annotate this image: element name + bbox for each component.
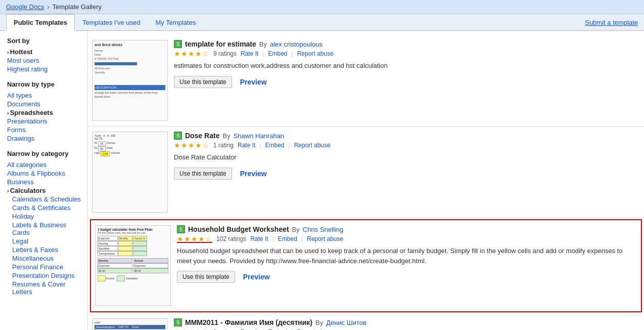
sidebar-item-calendars[interactable]: Calendars & Schedules [7,195,83,203]
preview-link[interactable]: Preview [240,170,267,178]
author-link[interactable]: Денис Шитов [326,319,366,326]
template-item: TypeXIt: 192 So 75 th65Curios fe50Feet r… [88,127,644,218]
sidebar-item-calculators[interactable]: ›Calculators [7,186,83,195]
breadcrumb-gallery: Template Gallery [53,3,102,11]
ratings-row: ★★★★☆ 102 ratings Rate It | Embed | Repo… [177,235,636,243]
spreadsheet-icon: S [174,318,182,326]
sidebar-item-hottest[interactable]: ›Hottest [7,48,83,56]
star-rating: ★★★★☆ [174,50,209,58]
embed-link[interactable]: Embed [265,142,285,149]
spreadsheet-icon: S [174,132,182,140]
rate-it-link[interactable]: Rate It [238,142,255,149]
template-name: МММ2011 - Фамилия Имя (десятник) [185,318,312,326]
by-label: By [222,132,230,140]
template-info: S Household Budget Worksheet By Chris Sn… [177,225,636,306]
template-info: S template for estimate By alex cristopo… [174,40,639,121]
embed-link[interactable]: Embed [278,235,297,242]
content-area: and Brick Works Name Date (f.75)%25222 F… [88,31,644,330]
rate-it-link[interactable]: Rate It [250,235,268,242]
template-name: Household Budget Worksheet [188,225,289,233]
by-label: By [292,226,300,233]
sidebar-item-forms[interactable]: Forms [7,126,83,134]
template-thumbnail: J budget calculator from Free Plian Fill… [95,225,171,306]
spreadsheet-icon: S [174,40,182,48]
template-item: com ЗначениеДата ЛАЙ ТО Пункт Строка 1 S… [88,313,644,330]
sidebar-item-business[interactable]: Business [7,178,83,186]
template-thumbnail: TypeXIt: 192 So 75 th65Curios fe50Feet r… [92,132,168,213]
template-info: S Dose Rate By Shawn Hanrahan ★★★★☆ 1 ra… [174,132,639,213]
top-bar: Google Docs › Template Gallery [0,0,644,14]
arrow-icon-spreadsheets: › [7,110,9,116]
sidebar-item-cards[interactable]: Cards & Certificates [7,203,83,212]
tabs-container: Public Templates Templates I've used My … [6,14,203,30]
use-template-button[interactable]: Use this template [174,168,232,180]
narrow-category-label: Narrow by category [7,150,83,157]
use-template-button[interactable]: Use this template [177,271,235,283]
sidebar-item-resumes[interactable]: Resumes & Cover Letters [7,280,83,296]
sort-by-label: Sort by [7,37,83,45]
template-description: Dose Rate Calculator [174,152,639,162]
use-template-button[interactable]: Use this template [174,76,232,88]
sidebar-item-legal[interactable]: Legal [7,237,83,245]
ratings-row: ★☆☆☆☆ 2 ratings Rate It | Embed | Report… [174,328,639,330]
tab-my-templates[interactable]: My Templates [148,14,203,30]
sidebar-item-holiday[interactable]: Holiday [7,212,83,221]
google-docs-link[interactable]: Google Docs [6,3,44,11]
preview-link[interactable]: Preview [240,78,267,86]
main-area: Sort by ›Hottest Most users Highest rati… [0,31,644,330]
spreadsheet-icon: S [177,225,185,233]
by-label: By [259,40,267,48]
report-abuse-link[interactable]: Report abuse [294,142,331,149]
star-rating: ★☆☆☆☆ [174,328,209,330]
sidebar-item-presentations[interactable]: Presentations [7,117,83,126]
sidebar-item-all-categories[interactable]: All categories [7,160,83,169]
template-description: estimates for construction work,address … [174,61,639,71]
sidebar-item-drawings[interactable]: Drawings [7,134,83,143]
arrow-icon: › [7,49,9,55]
template-thumbnail: and Brick Works Name Date (f.75)%25222 F… [92,40,168,121]
star-rating: ★★★★☆ [174,141,209,149]
template-name: template for estimate [185,40,256,48]
rating-count: 9 ratings [213,50,237,57]
report-abuse-link[interactable]: Report abuse [297,50,334,57]
ratings-row: ★★★★☆ 1 rating Rate It | Embed | Report … [174,141,639,149]
embed-link[interactable]: Embed [268,50,288,57]
template-info: S МММ2011 - Фамилия Имя (десятник) By Де… [174,318,639,330]
narrow-type-label: Narrow by type [7,80,83,88]
tab-templates-used[interactable]: Templates I've used [75,14,148,30]
sidebar-item-spreadsheets[interactable]: ›Spreadsheets [7,108,83,117]
sidebar-item-presentation-designs[interactable]: Presentation Designs [7,271,83,280]
sidebar-item-documents[interactable]: Documents [7,100,83,108]
sidebar-item-highest-rating[interactable]: Highest rating [7,65,83,73]
sidebar-item-letters[interactable]: Letters & Faxes [7,245,83,254]
rate-it-link[interactable]: Rate It [241,50,258,57]
sidebar-item-most-users[interactable]: Most users [7,56,83,65]
sidebar-item-personal-finance[interactable]: Personal Finance [7,263,83,271]
arrow-icon-calculators: › [7,188,9,194]
sidebar-item-labels[interactable]: Labels & Business Cards [7,221,83,237]
star-rating: ★★★★☆ [177,235,212,243]
template-actions: Use this template Preview [174,76,639,88]
report-abuse-link[interactable]: Report abuse [307,235,343,242]
sidebar: Sort by ›Hottest Most users Highest rati… [0,31,88,330]
sidebar-item-misc[interactable]: Miscellaneous [7,254,83,263]
rating-count: 1 rating [213,142,234,149]
sidebar-item-albums[interactable]: Albums & Flipbooks [7,169,83,178]
sidebar-item-all-types[interactable]: All types [7,91,83,100]
template-item: and Brick Works Name Date (f.75)%25222 F… [88,35,644,127]
by-label: By [315,319,323,326]
author-link[interactable]: Chris Snelling [303,226,343,233]
author-link[interactable]: Shawn Hanrahan [234,132,284,140]
template-thumbnail: com ЗначениеДата ЛАЙ ТО Пункт Строка 1 [92,318,168,330]
submit-template-link[interactable]: Submit a template [585,15,638,30]
template-actions: Use this template Preview [174,168,639,180]
tab-public-templates[interactable]: Public Templates [6,14,75,31]
tab-bar: Public Templates Templates I've used My … [0,14,644,31]
template-actions: Use this template Preview [177,271,636,283]
ratings-row: ★★★★☆ 9 ratings Rate It | Embed | Report… [174,50,639,58]
rating-count: 102 ratings [216,235,246,242]
template-item-highlighted: J budget calculator from Free Plian Fill… [90,219,642,312]
preview-link[interactable]: Preview [243,273,270,281]
author-link[interactable]: alex cristopoulous [270,40,323,48]
template-name: Dose Rate [185,132,219,140]
